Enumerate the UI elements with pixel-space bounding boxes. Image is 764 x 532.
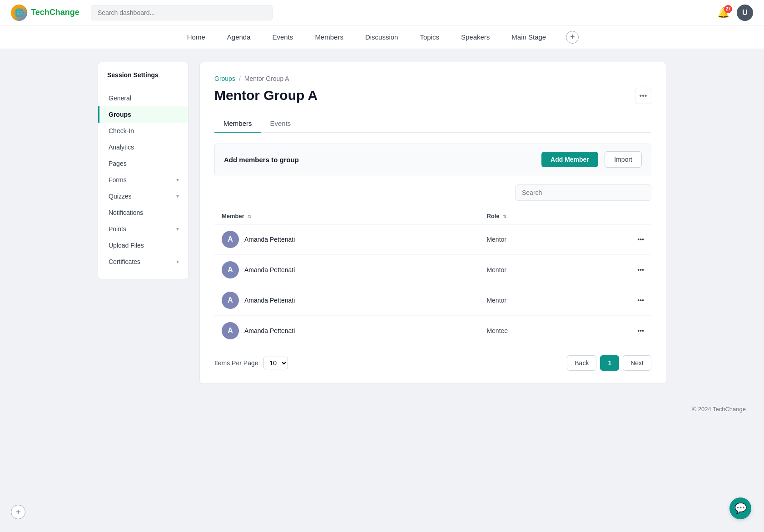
tabs: Members Events: [214, 115, 651, 133]
breadcrumb-groups-link[interactable]: Groups: [214, 75, 235, 82]
row-action-menu-3[interactable]: •••: [587, 285, 651, 316]
nav-item-members[interactable]: Members: [313, 26, 345, 48]
copyright-text: © 2024 TechChange: [692, 406, 746, 413]
nav-item-discussion[interactable]: Discussion: [363, 26, 400, 48]
chevron-down-icon: ▾: [176, 193, 179, 199]
header-right: 🔔 27 U: [717, 5, 753, 21]
footer: © 2024 TechChange: [0, 397, 764, 422]
row-action-menu-4[interactable]: •••: [587, 316, 651, 346]
table-row: A Amanda Pettenati Mentor •••: [214, 285, 651, 316]
member-cell-3: A Amanda Pettenati: [214, 285, 479, 316]
import-button[interactable]: Import: [605, 151, 642, 168]
tab-members[interactable]: Members: [214, 115, 261, 133]
member-cell-1: A Amanda Pettenati: [214, 224, 479, 255]
member-name: Amanda Pettenati: [244, 266, 295, 273]
notification-bell[interactable]: 🔔 27: [717, 7, 729, 19]
sort-arrows-icon[interactable]: ⇅: [248, 214, 251, 219]
add-member-button[interactable]: Add Member: [541, 152, 598, 167]
logo[interactable]: 🌐 TechChange: [11, 5, 84, 21]
member-cell-2: A Amanda Pettenati: [214, 255, 479, 285]
sidebar-item-check-in[interactable]: Check-In: [98, 123, 188, 139]
chevron-down-icon: ▾: [176, 259, 179, 265]
member-role-1: Mentor: [479, 224, 587, 255]
sidebar-item-forms[interactable]: Forms ▾: [98, 172, 188, 188]
nav-bar: Home Agenda Events Members Discussion To…: [0, 25, 764, 49]
chevron-down-icon: ▾: [176, 177, 179, 183]
logo-text: TechChange: [31, 8, 79, 17]
avatar: A: [222, 322, 239, 339]
add-member-actions: Add Member Import: [541, 151, 642, 168]
sidebar: Session Settings General Groups Check-In…: [98, 62, 189, 279]
member-role-2: Mentor: [479, 255, 587, 285]
nav-item-agenda[interactable]: Agenda: [225, 26, 253, 48]
row-action-menu-2[interactable]: •••: [587, 255, 651, 285]
sidebar-item-points[interactable]: Points ▾: [98, 221, 188, 237]
nav-item-events[interactable]: Events: [271, 26, 295, 48]
sidebar-item-upload-files[interactable]: Upload Files: [98, 237, 188, 254]
member-role-3: Mentor: [479, 285, 587, 316]
table-row: A Amanda Pettenati Mentee •••: [214, 316, 651, 346]
member-role-4: Mentee: [479, 316, 587, 346]
avatar: A: [222, 292, 239, 309]
sidebar-title: Session Settings: [98, 71, 188, 86]
sidebar-item-analytics[interactable]: Analytics: [98, 139, 188, 155]
bottom-add-button[interactable]: +: [11, 505, 25, 519]
sidebar-item-quizzes[interactable]: Quizzes ▾: [98, 188, 188, 204]
items-per-page-label: Items Per Page:: [214, 359, 260, 367]
pagination-controls: Back 1 Next: [567, 355, 651, 371]
avatar[interactable]: U: [737, 5, 753, 21]
add-members-label: Add members to group: [224, 156, 299, 164]
next-button[interactable]: Next: [623, 355, 651, 371]
sort-arrows-icon[interactable]: ⇅: [503, 214, 506, 219]
search-container: [214, 184, 651, 201]
col-header-role: Role ⇅: [479, 208, 587, 224]
members-table: Member ⇅ Role ⇅ A Amanda Pettenati: [214, 208, 651, 346]
add-members-bar: Add members to group Add Member Import: [214, 144, 651, 175]
sidebar-item-notifications[interactable]: Notifications: [98, 204, 188, 221]
nav-item-topics[interactable]: Topics: [418, 26, 441, 48]
col-header-actions: [587, 208, 651, 224]
breadcrumb-current: Mentor Group A: [244, 75, 289, 82]
chevron-down-icon: ▾: [176, 226, 179, 232]
page-1-button[interactable]: 1: [600, 355, 619, 371]
nav-item-speakers[interactable]: Speakers: [459, 26, 491, 48]
top-header: 🌐 TechChange 🔔 27 U: [0, 0, 764, 25]
sidebar-item-pages[interactable]: Pages: [98, 155, 188, 172]
nav-item-main-stage[interactable]: Main Stage: [510, 26, 548, 48]
items-per-page: Items Per Page: 10 25 50: [214, 357, 288, 369]
content-area: Groups / Mentor Group A Mentor Group A •…: [199, 62, 666, 384]
member-search-input[interactable]: [515, 184, 651, 201]
sidebar-item-groups[interactable]: Groups: [98, 106, 188, 123]
main-layout: Session Settings General Groups Check-In…: [87, 62, 677, 384]
back-button[interactable]: Back: [567, 355, 596, 371]
page-header: Mentor Group A •••: [214, 88, 651, 104]
chat-button[interactable]: 💬: [729, 497, 751, 519]
member-name: Amanda Pettenati: [244, 236, 295, 243]
member-name: Amanda Pettenati: [244, 327, 295, 334]
table-row: A Amanda Pettenati Mentor •••: [214, 224, 651, 255]
more-options-button[interactable]: •••: [635, 88, 651, 104]
pagination-bar: Items Per Page: 10 25 50 Back 1 Next: [214, 355, 651, 371]
logo-icon: 🌐: [11, 5, 27, 21]
member-cell-4: A Amanda Pettenati: [214, 316, 479, 346]
tab-events[interactable]: Events: [261, 115, 300, 133]
notification-badge: 27: [724, 5, 732, 13]
nav-add-button[interactable]: +: [566, 31, 579, 44]
breadcrumb: Groups / Mentor Group A: [214, 75, 651, 82]
nav-item-home[interactable]: Home: [185, 26, 207, 48]
avatar: A: [222, 231, 239, 248]
member-name: Amanda Pettenati: [244, 297, 295, 304]
avatar: A: [222, 261, 239, 278]
breadcrumb-separator: /: [239, 75, 241, 82]
row-action-menu-1[interactable]: •••: [587, 224, 651, 255]
table-row: A Amanda Pettenati Mentor •••: [214, 255, 651, 285]
col-header-member: Member ⇅: [214, 208, 479, 224]
page-title: Mentor Group A: [214, 88, 318, 103]
items-per-page-select[interactable]: 10 25 50: [263, 357, 288, 369]
sidebar-item-general[interactable]: General: [98, 90, 188, 106]
sidebar-item-certificates[interactable]: Certificates ▾: [98, 254, 188, 270]
search-input[interactable]: [91, 5, 273, 20]
